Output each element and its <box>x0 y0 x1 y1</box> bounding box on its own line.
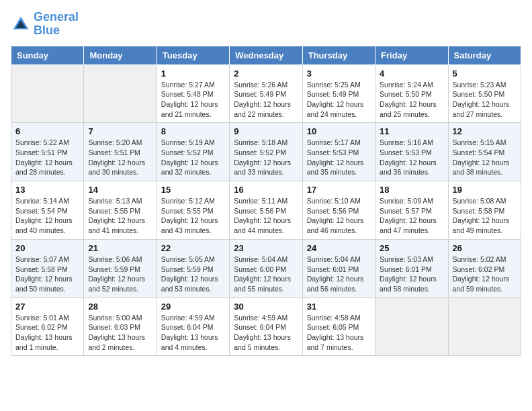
calendar-day-cell: 26Sunrise: 5:02 AM Sunset: 6:02 PM Dayli… <box>448 239 521 298</box>
weekday-header: Sunday <box>11 46 84 64</box>
page-header: General Blue <box>11 11 521 38</box>
calendar-day-cell: 5Sunrise: 5:23 AM Sunset: 5:50 PM Daylig… <box>448 64 521 123</box>
calendar-day-cell: 19Sunrise: 5:08 AM Sunset: 5:58 PM Dayli… <box>448 181 521 240</box>
day-info: Sunrise: 5:00 AM Sunset: 6:03 PM Dayligh… <box>88 313 152 353</box>
calendar-day-cell: 10Sunrise: 5:17 AM Sunset: 5:53 PM Dayli… <box>302 123 375 181</box>
day-info: Sunrise: 4:59 AM Sunset: 6:04 PM Dayligh… <box>161 313 225 353</box>
day-info: Sunrise: 5:07 AM Sunset: 5:58 PM Dayligh… <box>15 255 79 294</box>
day-number: 5 <box>453 68 517 79</box>
calendar-day-cell: 2Sunrise: 5:26 AM Sunset: 5:49 PM Daylig… <box>230 64 302 123</box>
weekday-header: Wednesday <box>230 46 302 64</box>
day-number: 13 <box>15 185 79 195</box>
calendar-day-cell: 7Sunrise: 5:20 AM Sunset: 5:51 PM Daylig… <box>84 123 157 181</box>
day-number: 4 <box>380 68 443 79</box>
day-number: 10 <box>307 126 371 136</box>
calendar-week-row: 27Sunrise: 5:01 AM Sunset: 6:02 PM Dayli… <box>11 298 521 356</box>
day-info: Sunrise: 5:26 AM Sunset: 5:49 PM Dayligh… <box>234 80 298 120</box>
day-info: Sunrise: 5:24 AM Sunset: 5:50 PM Dayligh… <box>380 80 443 120</box>
calendar-week-row: 13Sunrise: 5:14 AM Sunset: 5:54 PM Dayli… <box>11 181 521 240</box>
day-number: 27 <box>15 302 79 312</box>
calendar-day-cell: 9Sunrise: 5:18 AM Sunset: 5:52 PM Daylig… <box>230 123 302 181</box>
day-info: Sunrise: 5:02 AM Sunset: 6:02 PM Dayligh… <box>453 255 517 294</box>
calendar-day-cell <box>448 298 521 356</box>
logo: General Blue <box>11 11 79 38</box>
day-number: 30 <box>234 302 298 312</box>
day-number: 22 <box>161 243 225 253</box>
calendar-table: SundayMondayTuesdayWednesdayThursdayFrid… <box>11 46 521 357</box>
calendar-day-cell: 20Sunrise: 5:07 AM Sunset: 5:58 PM Dayli… <box>11 239 84 298</box>
logo-text: General Blue <box>34 11 79 38</box>
calendar-day-cell: 30Sunrise: 4:59 AM Sunset: 6:04 PM Dayli… <box>230 298 302 356</box>
calendar-day-cell <box>84 64 157 123</box>
calendar-day-cell: 31Sunrise: 4:58 AM Sunset: 6:05 PM Dayli… <box>302 298 375 356</box>
day-number: 26 <box>453 243 517 253</box>
day-number: 14 <box>88 185 152 195</box>
day-info: Sunrise: 5:17 AM Sunset: 5:53 PM Dayligh… <box>307 138 371 177</box>
calendar-week-row: 1Sunrise: 5:27 AM Sunset: 5:48 PM Daylig… <box>11 64 521 123</box>
weekday-header: Friday <box>375 46 448 64</box>
day-info: Sunrise: 5:08 AM Sunset: 5:58 PM Dayligh… <box>453 196 517 236</box>
calendar-day-cell: 29Sunrise: 4:59 AM Sunset: 6:04 PM Dayli… <box>157 298 229 356</box>
calendar-day-cell: 16Sunrise: 5:11 AM Sunset: 5:56 PM Dayli… <box>230 181 302 240</box>
day-info: Sunrise: 5:22 AM Sunset: 5:51 PM Dayligh… <box>15 138 79 177</box>
calendar-day-cell: 24Sunrise: 5:04 AM Sunset: 6:01 PM Dayli… <box>302 239 375 298</box>
day-number: 23 <box>234 243 298 253</box>
day-number: 17 <box>307 185 371 195</box>
day-info: Sunrise: 5:04 AM Sunset: 6:00 PM Dayligh… <box>234 255 298 294</box>
calendar-day-cell: 25Sunrise: 5:03 AM Sunset: 6:01 PM Dayli… <box>375 239 448 298</box>
calendar-day-cell: 4Sunrise: 5:24 AM Sunset: 5:50 PM Daylig… <box>375 64 448 123</box>
day-info: Sunrise: 5:14 AM Sunset: 5:54 PM Dayligh… <box>15 196 79 236</box>
calendar-day-cell: 18Sunrise: 5:09 AM Sunset: 5:57 PM Dayli… <box>375 181 448 240</box>
day-number: 19 <box>453 185 517 195</box>
day-info: Sunrise: 5:18 AM Sunset: 5:52 PM Dayligh… <box>234 138 298 177</box>
calendar-day-cell: 14Sunrise: 5:13 AM Sunset: 5:55 PM Dayli… <box>84 181 157 240</box>
calendar-day-cell <box>375 298 448 356</box>
day-info: Sunrise: 5:04 AM Sunset: 6:01 PM Dayligh… <box>307 255 371 294</box>
calendar-day-cell: 8Sunrise: 5:19 AM Sunset: 5:52 PM Daylig… <box>157 123 229 181</box>
calendar-day-cell: 13Sunrise: 5:14 AM Sunset: 5:54 PM Dayli… <box>11 181 84 240</box>
day-number: 12 <box>453 126 517 136</box>
day-info: Sunrise: 5:01 AM Sunset: 6:02 PM Dayligh… <box>15 313 79 353</box>
day-number: 15 <box>161 185 225 195</box>
day-number: 24 <box>307 243 371 253</box>
day-number: 25 <box>380 243 443 253</box>
day-number: 20 <box>15 243 79 253</box>
calendar-header-row: SundayMondayTuesdayWednesdayThursdayFrid… <box>11 46 521 64</box>
day-number: 29 <box>161 302 225 312</box>
day-info: Sunrise: 4:59 AM Sunset: 6:04 PM Dayligh… <box>234 313 298 353</box>
day-info: Sunrise: 5:15 AM Sunset: 5:54 PM Dayligh… <box>453 138 517 177</box>
calendar-day-cell: 23Sunrise: 5:04 AM Sunset: 6:00 PM Dayli… <box>230 239 302 298</box>
day-number: 18 <box>380 185 443 195</box>
day-number: 2 <box>234 68 298 79</box>
day-info: Sunrise: 5:23 AM Sunset: 5:50 PM Dayligh… <box>453 80 517 120</box>
calendar-day-cell: 1Sunrise: 5:27 AM Sunset: 5:48 PM Daylig… <box>157 64 229 123</box>
weekday-header: Saturday <box>448 46 521 64</box>
day-info: Sunrise: 5:09 AM Sunset: 5:57 PM Dayligh… <box>380 196 443 236</box>
day-info: Sunrise: 5:20 AM Sunset: 5:51 PM Dayligh… <box>88 138 152 177</box>
calendar-day-cell <box>11 64 84 123</box>
logo-icon <box>11 14 31 34</box>
day-number: 6 <box>15 126 79 136</box>
day-info: Sunrise: 5:27 AM Sunset: 5:48 PM Dayligh… <box>161 80 225 120</box>
weekday-header: Tuesday <box>157 46 229 64</box>
calendar-day-cell: 17Sunrise: 5:10 AM Sunset: 5:56 PM Dayli… <box>302 181 375 240</box>
calendar-day-cell: 3Sunrise: 5:25 AM Sunset: 5:49 PM Daylig… <box>302 64 375 123</box>
calendar-day-cell: 22Sunrise: 5:05 AM Sunset: 5:59 PM Dayli… <box>157 239 229 298</box>
day-info: Sunrise: 4:58 AM Sunset: 6:05 PM Dayligh… <box>307 313 371 353</box>
day-number: 8 <box>161 126 225 136</box>
calendar-day-cell: 11Sunrise: 5:16 AM Sunset: 5:53 PM Dayli… <box>375 123 448 181</box>
calendar-day-cell: 27Sunrise: 5:01 AM Sunset: 6:02 PM Dayli… <box>11 298 84 356</box>
day-number: 1 <box>161 68 225 79</box>
day-info: Sunrise: 5:25 AM Sunset: 5:49 PM Dayligh… <box>307 80 371 120</box>
calendar-day-cell: 6Sunrise: 5:22 AM Sunset: 5:51 PM Daylig… <box>11 123 84 181</box>
calendar-day-cell: 28Sunrise: 5:00 AM Sunset: 6:03 PM Dayli… <box>84 298 157 356</box>
calendar-week-row: 6Sunrise: 5:22 AM Sunset: 5:51 PM Daylig… <box>11 123 521 181</box>
day-number: 28 <box>88 302 152 312</box>
calendar-day-cell: 21Sunrise: 5:06 AM Sunset: 5:59 PM Dayli… <box>84 239 157 298</box>
calendar-day-cell: 12Sunrise: 5:15 AM Sunset: 5:54 PM Dayli… <box>448 123 521 181</box>
weekday-header: Thursday <box>302 46 375 64</box>
calendar-day-cell: 15Sunrise: 5:12 AM Sunset: 5:55 PM Dayli… <box>157 181 229 240</box>
day-info: Sunrise: 5:12 AM Sunset: 5:55 PM Dayligh… <box>161 196 225 236</box>
day-info: Sunrise: 5:05 AM Sunset: 5:59 PM Dayligh… <box>161 255 225 294</box>
day-info: Sunrise: 5:13 AM Sunset: 5:55 PM Dayligh… <box>88 196 152 236</box>
